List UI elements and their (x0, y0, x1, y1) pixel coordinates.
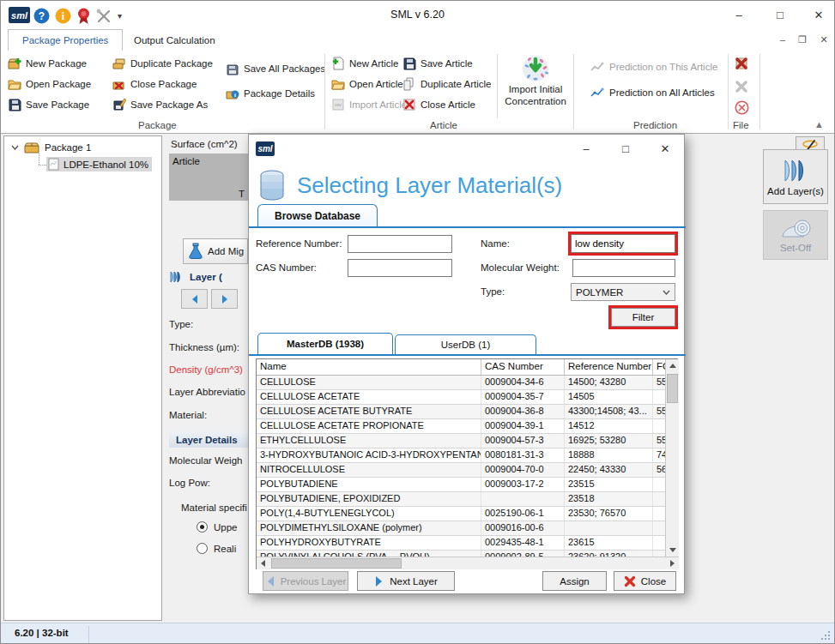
open-article-button[interactable]: Open Article (331, 77, 403, 91)
table-row[interactable]: ETHYLCELLULOSE0009004-57-316925; 5328055 (257, 434, 665, 448)
duplicate-article-button[interactable]: Duplicate Article (402, 77, 491, 91)
assign-button[interactable]: Assign (542, 571, 607, 591)
new-article-button[interactable]: New Article (331, 57, 399, 70)
prediction-all-articles-button[interactable]: Prediction on All Articles (590, 87, 715, 99)
tree-item-package[interactable]: Package 1 (11, 141, 91, 153)
minimize-button[interactable]: – (726, 9, 752, 23)
filter-button[interactable]: Filter (611, 308, 675, 327)
database-icon (259, 169, 285, 202)
mdi-restore-icon[interactable]: ❐ (795, 34, 810, 45)
column-header-cas[interactable]: CAS Number (481, 359, 565, 375)
duplicate-package-button[interactable]: Duplicate Package (112, 57, 213, 70)
collapse-ribbon-icon[interactable]: ▲ (814, 119, 824, 129)
table-row[interactable]: 3-HYDROXYBUTANOIC ACID-3-HYDROXYPENTAN..… (257, 448, 665, 463)
table-row[interactable]: CELLULOSE0009004-34-614500; 4328055 (257, 376, 665, 390)
column-header-fc[interactable]: FC (653, 359, 665, 375)
save-package-as-button[interactable]: Save Package As (112, 98, 208, 111)
add-layers-button[interactable]: Add Layer(s) (763, 149, 828, 204)
table-row[interactable]: POLYHYDROXYBUTYRATE0029435-48-123615 (257, 536, 665, 551)
masterdb-tab[interactable]: MasterDB (1938) (257, 333, 393, 354)
close-article-button[interactable]: Close Article (402, 98, 475, 111)
add-layers-icon (781, 158, 810, 184)
new-package-button[interactable]: New Package (8, 57, 87, 70)
add-migrant-button[interactable]: Add Mig (183, 238, 248, 264)
mdi-close-icon[interactable]: ✕ (816, 34, 832, 45)
scroll-left-icon[interactable] (257, 557, 269, 569)
table-row[interactable]: POLYBUTADIENE, EPOXIDIZED23518 (257, 492, 665, 507)
masterdb-tab-label: MasterDB (1938) (287, 339, 364, 349)
scroll-up-icon[interactable] (666, 359, 679, 372)
table-row[interactable]: CELLULOSE ACETATE BUTYRATE0009004-36-843… (257, 405, 665, 419)
duplicate-package-icon (112, 57, 126, 70)
reference-number-input[interactable] (348, 235, 452, 253)
next-layer-button[interactable]: Next Layer (357, 571, 455, 591)
save-article-button[interactable]: Save Article (402, 57, 473, 70)
next-arrow-button[interactable] (211, 289, 238, 309)
table-row[interactable]: POLYDIMETHYLSILOXANE (polymer)0009016-00… (257, 521, 665, 536)
save-package-button[interactable]: Save Package (8, 98, 89, 111)
column-header-reference[interactable]: Reference Number (565, 359, 653, 375)
molecular-weight-input[interactable] (572, 259, 675, 277)
scroll-right-icon[interactable] (666, 557, 679, 569)
browse-database-tab[interactable]: Browse Database (257, 204, 378, 227)
close-package-button[interactable]: Close Package (112, 77, 197, 91)
maximize-button[interactable]: □ (767, 9, 793, 23)
package-details-button[interactable]: i Package Details (226, 87, 315, 100)
article-grid-header-label: Article (169, 153, 248, 166)
upper-radio-option[interactable]: Uppe (197, 521, 238, 533)
table-cell: 0009016-00-6 (481, 521, 565, 535)
mdi-minimize-icon[interactable]: – (775, 34, 790, 45)
table-cell (653, 390, 665, 404)
layer-tab[interactable]: Layer ( (169, 270, 222, 284)
name-input[interactable] (571, 234, 675, 253)
vertical-scrollbar[interactable] (665, 359, 679, 557)
add-migrant-label: Add Mig (208, 246, 244, 256)
table-cell: POLYVINYLALCOHOLS (PVA ... PVOH) (257, 551, 481, 557)
radio-unselected-icon[interactable] (197, 543, 208, 554)
table-cell: 0009004-35-7 (481, 390, 565, 404)
density-label: Density (g/cm^3) (169, 364, 243, 375)
radio-selected-icon[interactable] (197, 521, 208, 533)
table-row[interactable]: CELLULOSE ACETATE0009004-35-714505 (257, 390, 665, 405)
open-package-button[interactable]: Open Package (8, 77, 91, 91)
dialog-maximize-button[interactable]: □ (616, 142, 635, 155)
table-row[interactable]: POLYVINYLALCOHOLS (PVA ... PVOH)0009002-… (257, 551, 665, 557)
article-doc-icon (48, 158, 59, 171)
tree-item-article[interactable]: LDPE-Ethanol 10% (46, 157, 152, 172)
table-row[interactable]: POLYBUTADIENE0009003-17-223515 (257, 478, 665, 492)
type-dropdown[interactable]: POLYMER (571, 283, 675, 301)
column-header-name[interactable]: Name (257, 359, 481, 375)
delete-file-button[interactable] (734, 56, 749, 71)
vertical-scroll-thumb[interactable] (667, 374, 678, 403)
horizontal-scrollbar[interactable] (257, 557, 679, 569)
realistic-radio-option[interactable]: Reali (197, 543, 236, 554)
cas-number-input[interactable] (348, 259, 452, 277)
import-initial-concentration-button[interactable]: Import Initial Concentration (501, 54, 570, 108)
previous-arrow-button[interactable] (181, 289, 208, 309)
tab-package-properties[interactable]: Package Properties (8, 29, 123, 51)
horizontal-scroll-thumb[interactable] (271, 558, 402, 569)
dialog-close-button[interactable]: ✕ (656, 142, 675, 155)
close-button[interactable]: ✕ (806, 9, 832, 23)
table-row[interactable]: POLY(1,4-BUTYLENEGLYCOL)0025190-06-12353… (257, 507, 665, 521)
table-cell: 23615 (565, 536, 653, 550)
browse-database-label: Browse Database (275, 210, 360, 222)
layer-details-tab[interactable]: Layer Details (169, 431, 248, 448)
cancel-circle-icon[interactable] (735, 100, 749, 115)
new-article-icon (331, 57, 345, 70)
application-window: { "window": { "title": "SML v 6.20", "lo… (0, 0, 835, 644)
table-cell: 0009004-39-1 (481, 419, 565, 433)
save-all-packages-button[interactable]: Save All Packages (226, 62, 325, 75)
userdb-tab[interactable]: UserDB (1) (395, 334, 536, 354)
table-row[interactable]: CELLULOSE ACETATE PROPIONATE0009004-39-1… (257, 419, 665, 434)
dialog-minimize-button[interactable]: – (577, 142, 596, 155)
chevron-down-icon[interactable] (11, 145, 19, 150)
close-dialog-button[interactable]: Close (614, 571, 676, 591)
flask-icon (188, 243, 203, 260)
table-cell: 14505 (565, 390, 653, 404)
tab-output-calculation[interactable]: Output Calculation (120, 29, 229, 51)
resize-grip[interactable] (820, 631, 831, 641)
scroll-down-icon[interactable] (666, 544, 679, 557)
upper-radio-label: Uppe (214, 522, 238, 533)
table-row[interactable]: NITROCELLULOSE0009004-70-022450; 4333056 (257, 463, 665, 478)
